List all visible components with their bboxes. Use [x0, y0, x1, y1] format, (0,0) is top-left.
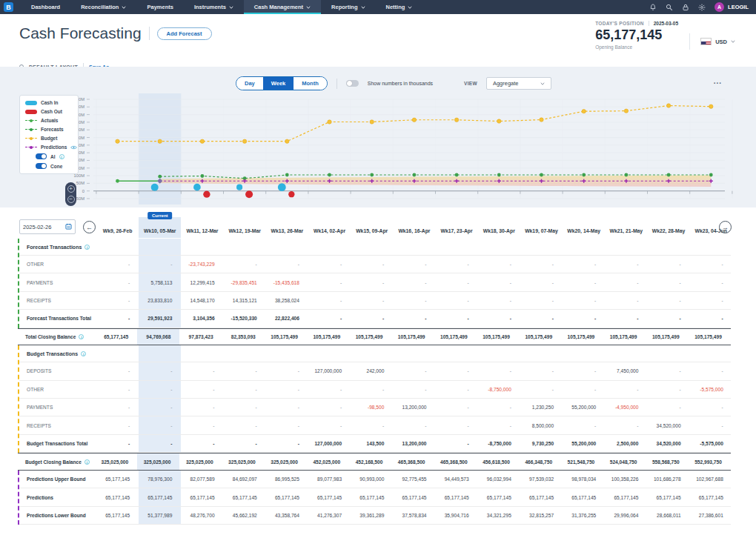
value-cell: 55,200,000 [563, 399, 605, 416]
forecast-point [497, 173, 501, 177]
zoom-in-button[interactable]: + [67, 185, 75, 193]
value-cell: - [520, 310, 563, 328]
forecast-point [709, 173, 713, 177]
week-column-header[interactable]: Wk12, 19-Mar [224, 217, 266, 238]
bell-icon[interactable] [649, 4, 657, 11]
value-cell: - [139, 362, 181, 379]
value-cell: - [181, 362, 223, 379]
user-menu[interactable]: A LEOGIL [714, 2, 749, 12]
week-column-header[interactable]: Wk13, 26-Mar [266, 217, 308, 238]
ai-toggle[interactable] [36, 153, 47, 159]
info-icon[interactable]: i [81, 351, 86, 356]
chevron-down-icon [361, 5, 365, 10]
value-cell: - [520, 362, 563, 379]
value-cell: - [563, 310, 605, 328]
date-picker-input[interactable]: 2025-02-26 [19, 219, 76, 234]
nav-item-netting[interactable]: Netting [376, 0, 423, 14]
add-forecast-button[interactable]: Add Forecast [157, 27, 212, 40]
eye-icon[interactable] [70, 145, 77, 150]
value-cell: 97,539,032 [520, 471, 563, 488]
value-cell: - [224, 362, 266, 379]
nav-item-dashboard[interactable]: Dashboard [21, 0, 70, 14]
value-cell: - [563, 362, 605, 379]
forecast-table: Forecast TransactionsiOTHER---23,743,229… [18, 239, 731, 525]
week-column-header[interactable]: Wk14, 02-Apr [308, 217, 351, 238]
nav-item-reconciliation[interactable]: Reconciliation [70, 0, 136, 14]
value-cell: - [436, 435, 478, 453]
cone-toggle[interactable] [36, 163, 47, 169]
search-icon[interactable] [666, 4, 673, 11]
value-cell: 524,048,750 [603, 454, 646, 470]
value-cell [139, 345, 181, 362]
value-cell: 65,177,145 [690, 488, 732, 505]
week-column-header[interactable]: Wk11, 12-Mar [181, 217, 223, 238]
week-column-header[interactable]: Wk9, 26-Feb [96, 217, 139, 238]
period-option-week[interactable]: Week [263, 77, 294, 90]
row-label: Predictions [19, 495, 96, 500]
value-cell: 65,177,145 [139, 488, 181, 505]
thousands-toggle[interactable] [346, 80, 359, 87]
calendar-icon[interactable] [65, 223, 72, 231]
week-column-header[interactable]: Wk19, 07-May [520, 217, 563, 238]
info-icon[interactable]: i [59, 154, 64, 159]
value-cell: - [96, 399, 139, 416]
week-column-header[interactable]: Wk18, 30-Apr [478, 217, 520, 238]
budget-point [582, 109, 586, 113]
value-cell: 456,618,500 [477, 454, 519, 470]
todays-position: TODAY'S POSITION 2025-03-05 65,177,145 O… [595, 21, 678, 50]
week-column-header[interactable]: Wk21, 21-May [605, 217, 647, 238]
previous-weeks-button[interactable]: ← [83, 221, 96, 233]
chart-controls: DayWeekMonth Show numbers in thousands V… [236, 76, 551, 90]
nav-item-label: Cash Management [254, 4, 303, 10]
nav-item-reporting[interactable]: Reporting [321, 0, 375, 14]
value-cell: 35,904,716 [436, 507, 478, 524]
row-label-text: Total Closing Balance [25, 334, 76, 339]
week-column-header[interactable]: Wk17, 23-Apr [436, 217, 478, 238]
value-cell: 105,175,499 [561, 329, 603, 345]
value-cell: - [139, 416, 181, 434]
info-icon[interactable]: i [84, 459, 90, 465]
value-cell: - [308, 273, 351, 290]
value-cell: - [393, 310, 435, 328]
value-cell: 96,032,994 [478, 471, 520, 488]
legend-swatch [25, 119, 37, 123]
week-column-header[interactable]: CurrentWk10, 05-Mar [139, 217, 181, 238]
zoom-out-button[interactable]: − [67, 196, 75, 203]
cash-out-bubble [245, 190, 253, 198]
value-cell: 98,978,034 [563, 471, 605, 488]
week-column-header[interactable]: Wk16, 16-Apr [393, 217, 435, 238]
budget-point [624, 109, 628, 113]
info-icon[interactable]: i [84, 245, 90, 250]
value-cell: 127,000,000 [308, 435, 351, 453]
value-cell: -8,750,000 [478, 435, 520, 453]
legend-item-budget: Budget [25, 136, 73, 141]
period-option-month[interactable]: Month [294, 77, 327, 90]
more-options-button[interactable]: ... [714, 77, 722, 85]
week-column-header[interactable]: Wk15, 09-Apr [351, 217, 393, 238]
nav-item-payments[interactable]: Payments [136, 0, 183, 14]
table-row-forecast-transactions: Forecast Transactionsi [19, 239, 731, 256]
value-cell: - [478, 362, 520, 379]
info-icon[interactable]: i [79, 334, 84, 339]
app-logo[interactable]: B [4, 2, 13, 12]
legend-item-cash-in: Cash In [25, 100, 73, 105]
value-cell: 29,996,064 [605, 507, 647, 524]
budget-point [328, 120, 331, 124]
next-weeks-button[interactable]: → [719, 221, 732, 233]
nav-item-cash-management[interactable]: Cash Management [244, 0, 321, 14]
legend-item-predictions: Predictions [25, 145, 73, 150]
currency-selector[interactable]: USD [689, 33, 735, 50]
value-cell: - [647, 292, 689, 309]
nav-item-instruments[interactable]: Instruments [184, 0, 244, 14]
period-option-day[interactable]: Day [236, 77, 263, 90]
week-column-header[interactable]: Wk20, 14-May [563, 217, 605, 238]
view-select[interactable]: Aggregate [486, 77, 551, 90]
value-cell: 452,025,000 [307, 454, 349, 470]
week-column-label: Wk18, 30-Apr [483, 228, 515, 233]
gear-icon[interactable] [698, 4, 706, 11]
value-cell: - [436, 381, 478, 398]
lock-icon[interactable] [682, 4, 689, 11]
week-column-label: Wk17, 23-Apr [441, 228, 473, 233]
value-cell: 38,258,024 [266, 292, 308, 309]
week-column-header[interactable]: Wk22, 28-May [647, 217, 689, 238]
